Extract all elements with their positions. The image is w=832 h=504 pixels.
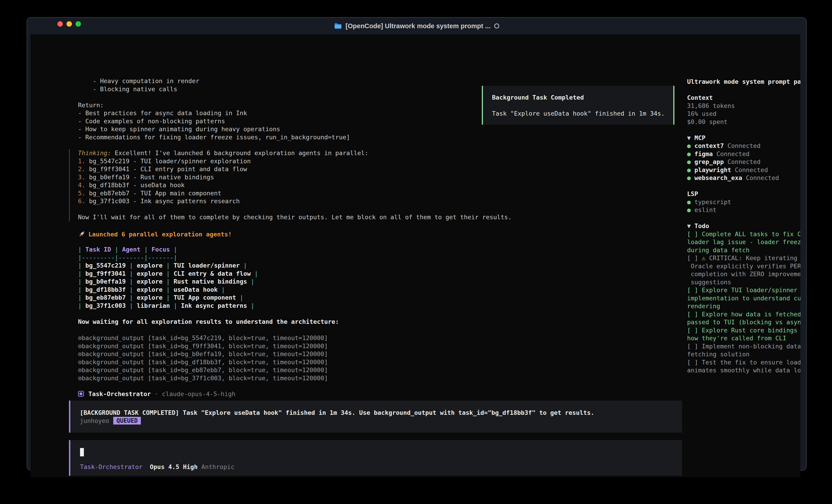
sidebar-line: animates smoothly while data loads bbox=[687, 366, 800, 374]
thinking-line: 4. bg_df18bb3f - useData hook bbox=[78, 181, 512, 189]
sidebar-line: 16% used bbox=[687, 110, 800, 118]
sidebar-line: loader lag issue - loader freezes bbox=[687, 238, 800, 246]
sidebar-line: ● playwright Connected bbox=[687, 166, 800, 174]
username: junhoyeo bbox=[80, 417, 109, 424]
sidebar-line: Context bbox=[687, 94, 800, 102]
sidebar-line bbox=[687, 86, 800, 94]
table-line: | bg_37f1c003 | librarian | Ink async pa… bbox=[78, 302, 258, 310]
notification-title: Background Task Completed bbox=[492, 93, 673, 102]
table-line: | bg_eb87ebb7 | explore | TUI App compon… bbox=[78, 293, 258, 302]
input-provider: Anthropic bbox=[201, 464, 234, 470]
tool-call-line: ⚙background_output [task_id=bg_eb87ebb7,… bbox=[78, 366, 328, 374]
message-input[interactable]: Task-Orchestrator Opus 4.5 High Anthropi… bbox=[69, 440, 682, 476]
window-title: [OpenCode] Ultrawork mode system prompt … bbox=[345, 22, 490, 30]
sidebar-line: implementation to understand current bbox=[687, 294, 800, 302]
sidebar-line: 31,686 tokens bbox=[687, 102, 800, 110]
agent-model: claude-opus-4-5-high bbox=[162, 390, 235, 397]
thinking-line: 6. bg_37f1c003 - Ink async patterns rese… bbox=[78, 197, 512, 205]
app-window: [OpenCode] Ultrawork mode system prompt … bbox=[27, 17, 807, 471]
thinking-line bbox=[78, 205, 512, 214]
sidebar-line: during data fetch bbox=[687, 246, 800, 254]
sidebar-line: [ ] Explore how data is fetched and bbox=[687, 310, 800, 318]
thinking-line: Now I'll wait for all of them to complet… bbox=[78, 213, 512, 221]
launch-announcement: Launched 6 parallel exploration agents! bbox=[78, 229, 232, 239]
terminal-line: - Best practices for async data loading … bbox=[78, 109, 350, 117]
input-agent-name: Task-Orchestrator bbox=[80, 464, 142, 470]
sidebar-line: [ ] Explore Rust core bindings and bbox=[687, 326, 800, 334]
tool-call-line: ⚙background_output [task_id=bg_f9ff3041,… bbox=[78, 342, 328, 350]
waiting-text: Now waiting for all exploration results … bbox=[78, 318, 339, 326]
sidebar-line: ▼ Todo bbox=[687, 222, 800, 230]
table-line: | bg_f9ff3041 | explore | CLI entry & da… bbox=[78, 270, 258, 278]
thinking-block: Thinking: Excellent! I've launched 6 bac… bbox=[69, 149, 512, 221]
agents-table: | Task ID | Agent | Focus ||---------|--… bbox=[78, 246, 258, 310]
sidebar-line: fetching solution bbox=[687, 350, 800, 358]
terminal-line: - Heavy computation in render bbox=[78, 77, 350, 85]
sidebar-line: ● typescript bbox=[687, 198, 800, 206]
terminal-line: - Blocking native calls bbox=[78, 85, 350, 93]
sidebar: Ultrawork mode system prompt parsing Con… bbox=[687, 78, 800, 374]
sidebar-line: ▼ MCP bbox=[687, 134, 800, 142]
sidebar-line: ● websearch_exa Connected bbox=[687, 174, 800, 182]
input-meta: Task-Orchestrator Opus 4.5 High Anthropi… bbox=[80, 463, 234, 471]
terminal-line: Now waiting for all exploration results … bbox=[78, 318, 339, 326]
sidebar-line: completion with ZERO improvement bbox=[687, 270, 800, 278]
tool-call-list: ⚙background_output [task_id=bg_5547c219,… bbox=[78, 334, 328, 382]
sidebar-line: suggestions bbox=[687, 278, 800, 286]
thinking-line: 3. bg_b0effa19 - Rust native bindings bbox=[78, 173, 512, 181]
agent-name: Task-Orchestrator bbox=[88, 390, 151, 397]
sidebar-line: passed to TUI (blocking vs async) bbox=[687, 318, 800, 326]
sidebar-line: ● figma Connected bbox=[687, 150, 800, 158]
table-line: | bg_b0effa19 | explore | Rust native bi… bbox=[78, 278, 258, 286]
background-task-message: [BACKGROUND TASK COMPLETED] Task "Explor… bbox=[69, 400, 682, 432]
thinking-line: Thinking: Excellent! I've launched 6 bac… bbox=[78, 149, 512, 157]
sidebar-line: LSP bbox=[687, 190, 800, 198]
agent-icon bbox=[78, 391, 84, 397]
notification-body: Task "Explore useData hook" finished in … bbox=[492, 110, 673, 118]
sidebar-line: [ ] Implement non-blocking data bbox=[687, 342, 800, 351]
progress-circle-icon bbox=[494, 24, 499, 28]
notification-toast[interactable]: Background Task Completed Task "Explore … bbox=[482, 86, 674, 124]
terminal-line: Return: bbox=[78, 101, 350, 109]
terminal-line: - Code examples of non-blocking patterns bbox=[78, 117, 350, 125]
sidebar-line: $0.00 spent bbox=[687, 118, 800, 126]
task-completed-text: [BACKGROUND TASK COMPLETED] Task "Explor… bbox=[80, 409, 682, 417]
launch-text: Launched 6 parallel exploration agents! bbox=[88, 231, 232, 238]
sidebar-line: [ ] Complete ALL tasks to fix CLI bbox=[687, 230, 800, 238]
tool-call-line: ⚙background_output [task_id=bg_37f1c003,… bbox=[78, 374, 328, 382]
thinking-line: 1. bg_5547c219 - TUI loader/spinner expl… bbox=[78, 157, 512, 165]
table-line: |---------|-------|-------| bbox=[78, 254, 258, 262]
sidebar-line: Ultrawork mode system prompt parsing bbox=[687, 78, 800, 86]
terminal-line: - How to keep spinner animating during h… bbox=[78, 125, 350, 133]
terminal-content[interactable]: - Heavy computation in render - Blocking… bbox=[30, 34, 800, 477]
tool-call-line: ⚙background_output [task_id=bg_5547c219,… bbox=[78, 334, 328, 342]
table-line: | bg_df18bb3f | explore | useData hook | bbox=[78, 286, 258, 294]
window-title-group: [OpenCode] Ultrawork mode system prompt … bbox=[27, 18, 806, 34]
sidebar-line: [ ] Explore TUI loader/spinner bbox=[687, 286, 800, 294]
sidebar-line bbox=[687, 182, 800, 190]
sidebar-line: [ ] Test the fix to ensure loader bbox=[687, 358, 800, 366]
terminal-line: - Recommendations for fixing loader free… bbox=[78, 133, 350, 141]
sidebar-line: how they're called from CLI bbox=[687, 334, 800, 342]
sidebar-line: ● eslint bbox=[687, 206, 800, 214]
table-line: | Task ID | Agent | Focus | bbox=[78, 246, 258, 254]
sidebar-line: rendering bbox=[687, 302, 800, 310]
sidebar-line: ● grep_app Connected bbox=[687, 158, 800, 166]
sidebar-line: ● context7 Connected bbox=[687, 142, 800, 150]
agent-separator: · bbox=[155, 390, 158, 397]
tool-call-line: ⚙background_output [task_id=bg_b0effa19,… bbox=[78, 350, 328, 358]
text-cursor bbox=[80, 448, 84, 456]
terminal-line bbox=[78, 93, 350, 101]
terminal-output-intro: - Heavy computation in render - Blocking… bbox=[78, 77, 350, 141]
sidebar-line: [ ] ⚠ CRITICAL: Keep iterating until bbox=[687, 254, 800, 262]
titlebar: [OpenCode] Ultrawork mode system prompt … bbox=[27, 18, 806, 34]
sidebar-line: Oracle explicitly verifies PERFECT bbox=[687, 262, 800, 270]
sidebar-line bbox=[687, 126, 800, 134]
input-model: Opus 4.5 High bbox=[150, 464, 198, 470]
sidebar-line bbox=[687, 214, 800, 222]
table-line: | bg_5547c219 | explore | TUI loader/spi… bbox=[78, 261, 258, 270]
tool-call-line: ⚙background_output [task_id=bg_df18bb3f,… bbox=[78, 358, 328, 366]
rocket-icon bbox=[78, 230, 85, 238]
thinking-line: 2. bg_f9ff3041 - CLI entry point and dat… bbox=[78, 165, 512, 173]
agent-header: Task-Orchestrator · claude-opus-4-5-high bbox=[78, 389, 235, 398]
